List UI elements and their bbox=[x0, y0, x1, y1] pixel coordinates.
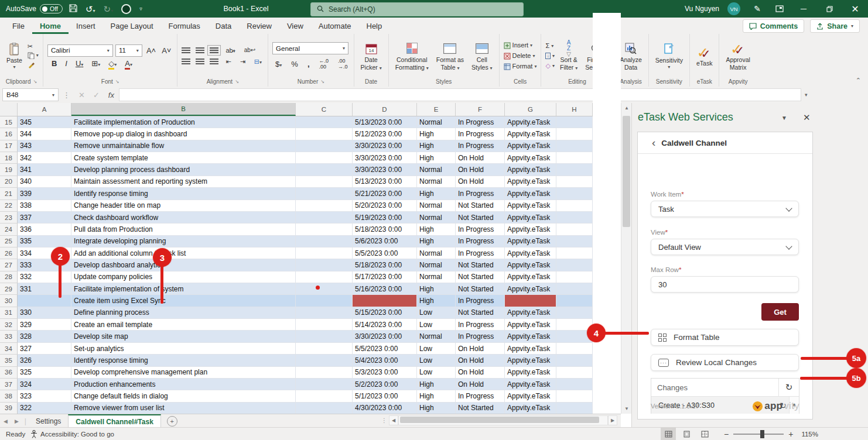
cell-A33[interactable]: 328 bbox=[18, 331, 71, 342]
cell-C39[interactable] bbox=[296, 403, 353, 414]
cell-B25[interactable]: Integrate developing planning bbox=[71, 236, 296, 248]
qat-customize-icon[interactable]: ▿ bbox=[139, 6, 142, 12]
cell-F22[interactable]: Not Started bbox=[456, 200, 505, 212]
scrollbar-resize-handle[interactable]: ⋮ bbox=[380, 417, 389, 424]
cell-E18[interactable]: High bbox=[417, 152, 456, 164]
cell-H25[interactable] bbox=[556, 236, 593, 248]
cell-F18[interactable]: On Hold bbox=[456, 152, 505, 164]
insert-function-icon[interactable]: fx bbox=[104, 91, 119, 99]
page-break-view-icon[interactable] bbox=[697, 428, 712, 440]
cell-E26[interactable]: Normal bbox=[417, 248, 456, 259]
restore-button[interactable] bbox=[816, 0, 842, 18]
cell-G27[interactable]: Appvity.eTask bbox=[505, 259, 556, 271]
cell-F19[interactable]: On Hold bbox=[456, 164, 505, 176]
align-left-icon[interactable] bbox=[182, 59, 190, 64]
close-button[interactable]: ✕ bbox=[842, 0, 868, 18]
cell-G15[interactable]: Appvity.eTask bbox=[505, 116, 556, 128]
cell-D24[interactable]: 5/18/2023 0:00 bbox=[353, 224, 417, 235]
cell-E20[interactable]: Normal bbox=[417, 176, 456, 188]
cell-B15[interactable]: Facilitate implementation of Production bbox=[71, 116, 296, 128]
redo-icon[interactable]: ↻▾ bbox=[104, 5, 114, 13]
cell-F21[interactable]: In Progress bbox=[456, 188, 505, 200]
ribbon-tab-review[interactable]: Review bbox=[239, 18, 279, 34]
ribbon-tab-automate[interactable]: Automate bbox=[311, 18, 359, 34]
column-header-C[interactable]: C bbox=[296, 103, 353, 116]
cell-D21[interactable]: 5/21/2023 0:00 bbox=[353, 188, 417, 200]
back-chevron-icon[interactable]: ‹ bbox=[652, 137, 655, 148]
zoom-level[interactable]: 115% bbox=[801, 431, 818, 438]
cell-B38[interactable]: Change default fields in dialog bbox=[71, 390, 296, 402]
etask-button[interactable]: ✓✓ eTask bbox=[694, 43, 715, 68]
delete-cells-button[interactable]: Delete▾ bbox=[504, 53, 537, 60]
zoom-slider-thumb[interactable] bbox=[760, 430, 764, 438]
cell-F37[interactable]: On Hold bbox=[456, 379, 505, 390]
search-input[interactable]: Search (Alt+Q) bbox=[310, 2, 524, 16]
cell-E27[interactable]: Normal bbox=[417, 259, 456, 271]
currency-icon[interactable]: $▾ bbox=[274, 60, 283, 68]
row-header-22[interactable]: 22 bbox=[0, 200, 18, 212]
cell-E35[interactable]: Low bbox=[417, 355, 456, 366]
cell-C17[interactable] bbox=[296, 140, 353, 152]
cell-H24[interactable] bbox=[556, 224, 593, 235]
analyze-data-button[interactable]: AnalyzeData bbox=[617, 40, 644, 72]
approval-matrix-button[interactable]: ✓✓ ApprovalMatrix bbox=[723, 40, 752, 72]
cell-D33[interactable]: 3/30/2023 0:00 bbox=[353, 331, 417, 342]
cell-C19[interactable] bbox=[296, 164, 353, 176]
cell-G37[interactable]: Appvity.eTask bbox=[505, 379, 556, 390]
autosave-toggle[interactable]: AutoSave Off bbox=[6, 0, 63, 18]
save-icon[interactable] bbox=[69, 4, 77, 13]
cell-B30[interactable]: Create item using Excel Sync bbox=[71, 295, 296, 307]
cell-C26[interactable] bbox=[296, 248, 353, 259]
cell-E21[interactable]: High bbox=[417, 188, 456, 200]
draw-pen-icon[interactable]: ✎ bbox=[746, 0, 768, 18]
cell-E39[interactable]: High bbox=[417, 403, 456, 414]
cell-F24[interactable]: In Progress bbox=[456, 224, 505, 235]
column-header-D[interactable]: D bbox=[353, 103, 417, 116]
cell-D17[interactable]: 3/30/2023 0:00 bbox=[353, 140, 417, 152]
cell-A15[interactable]: 345 bbox=[18, 116, 71, 128]
cell-C16[interactable] bbox=[296, 128, 353, 140]
accessibility-status[interactable]: Accessibility: Good to go bbox=[30, 428, 114, 440]
cut-icon[interactable]: ✂ bbox=[28, 43, 39, 50]
cell-F17[interactable]: In Progress bbox=[456, 140, 505, 152]
minimize-button[interactable]: ─ bbox=[791, 0, 816, 18]
sheet-nav-right-icon[interactable]: ▶ bbox=[11, 418, 22, 424]
cell-D23[interactable]: 5/19/2023 0:00 bbox=[353, 212, 417, 224]
cell-C33[interactable] bbox=[296, 331, 353, 342]
row-header-19[interactable]: 19 bbox=[0, 164, 18, 176]
cell-E34[interactable]: Low bbox=[417, 343, 456, 355]
column-header-F[interactable]: F bbox=[456, 103, 505, 116]
cell-H28[interactable] bbox=[556, 271, 593, 283]
cell-D16[interactable]: 5/12/2023 0:00 bbox=[353, 128, 417, 140]
sheet-tab-settings[interactable]: Settings bbox=[29, 414, 68, 428]
cell-A37[interactable]: 324 bbox=[18, 379, 71, 390]
row-header-34[interactable]: 34 bbox=[0, 343, 18, 355]
cell-G25[interactable]: Appvity.eTask bbox=[505, 236, 556, 248]
copy-icon[interactable]: ▾ bbox=[28, 52, 39, 59]
cell-B37[interactable]: Production enhancements bbox=[71, 379, 296, 390]
row-header-31[interactable]: 31 bbox=[0, 307, 18, 319]
zoom-in-icon[interactable]: + bbox=[788, 429, 793, 439]
cell-E23[interactable]: Normal bbox=[417, 212, 456, 224]
ribbon-tab-view[interactable]: View bbox=[279, 18, 311, 34]
name-box[interactable]: B48▾ bbox=[2, 88, 59, 101]
cell-A32[interactable]: 329 bbox=[18, 319, 71, 331]
ink-icon[interactable] bbox=[121, 4, 131, 14]
cell-C28[interactable] bbox=[296, 271, 353, 283]
column-header-A[interactable]: A bbox=[18, 103, 71, 116]
sensitivity-button[interactable]: Sensitivity▾ bbox=[653, 40, 685, 71]
cell-C23[interactable] bbox=[296, 212, 353, 224]
cell-C24[interactable] bbox=[296, 224, 353, 235]
comments-button[interactable]: Comments bbox=[743, 19, 805, 33]
column-header-E[interactable]: E bbox=[417, 103, 456, 116]
cell-B32[interactable]: Create an email template bbox=[71, 319, 296, 331]
cell-H23[interactable] bbox=[556, 212, 593, 224]
row-header-35[interactable]: 35 bbox=[0, 355, 18, 366]
row-header-26[interactable]: 26 bbox=[0, 248, 18, 259]
cell-D30[interactable] bbox=[353, 295, 417, 307]
breadcrumb[interactable]: ‹ Caldwell Channel bbox=[638, 132, 812, 154]
scroll-up-icon[interactable]: ▲ bbox=[621, 103, 632, 113]
cell-F36[interactable]: On Hold bbox=[456, 367, 505, 379]
cell-F20[interactable]: On Hold bbox=[456, 176, 505, 188]
row-header-17[interactable]: 17 bbox=[0, 140, 18, 152]
